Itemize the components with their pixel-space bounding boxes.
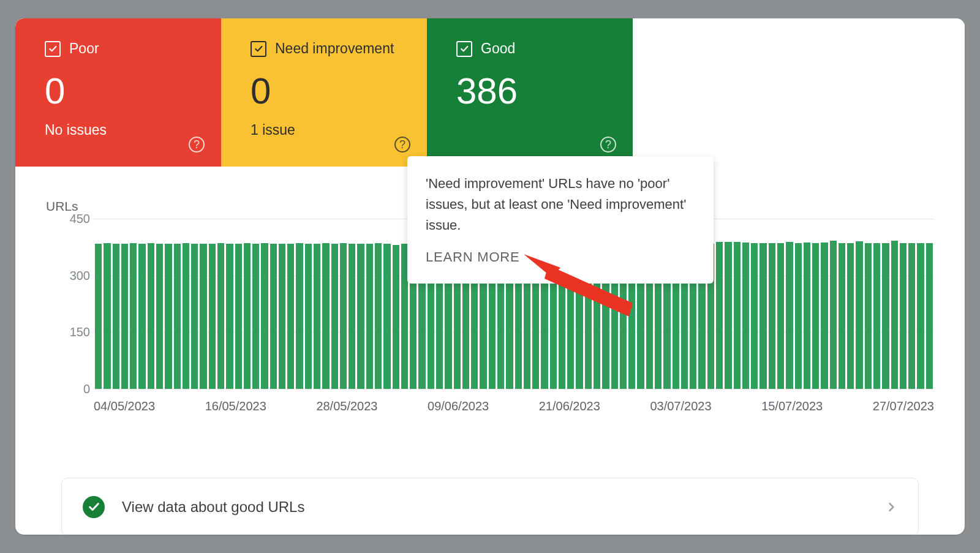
chart-bar[interactable]: [926, 243, 933, 389]
chart-bar[interactable]: [121, 244, 128, 389]
chart-bar[interactable]: [856, 241, 862, 389]
x-tick: 21/06/2023: [539, 399, 600, 413]
card-poor-label: Poor: [69, 40, 99, 57]
chart-bar[interactable]: [891, 241, 898, 389]
chart-bar[interactable]: [760, 243, 766, 389]
chart-bar[interactable]: [812, 243, 819, 389]
chart-bar[interactable]: [777, 243, 784, 389]
card-need-sub: 1 issue: [251, 122, 402, 138]
chart-bar[interactable]: [847, 243, 854, 389]
card-need-label: Need improvement: [275, 40, 394, 57]
card-need-improvement[interactable]: Need improvement 0 1 issue ?: [221, 18, 427, 167]
card-need-value: 0: [251, 73, 402, 110]
chart-bar[interactable]: [839, 243, 845, 389]
chart-bar[interactable]: [786, 242, 793, 389]
checkbox-checked-icon: [456, 41, 472, 57]
card-good-label: Good: [481, 40, 515, 57]
x-tick: 04/05/2023: [94, 399, 155, 413]
chart-bar[interactable]: [725, 242, 731, 389]
chart-bar[interactable]: [769, 243, 775, 389]
view-good-urls-row[interactable]: View data about good URLs: [61, 478, 919, 535]
svg-text:?: ?: [399, 138, 405, 151]
x-tick: 15/07/2023: [761, 399, 823, 413]
chart-bar[interactable]: [261, 243, 268, 389]
chart-bar[interactable]: [917, 243, 924, 389]
card-poor[interactable]: Poor 0 No issues ?: [15, 18, 221, 167]
chart-bar[interactable]: [734, 242, 741, 389]
chart-bar[interactable]: [742, 243, 749, 389]
chart-bar[interactable]: [751, 243, 758, 389]
chart-bar[interactable]: [821, 243, 827, 389]
chart-bar[interactable]: [156, 244, 163, 389]
checkbox-checked-icon: [45, 41, 61, 57]
chart-bar[interactable]: [908, 243, 915, 389]
chart-bar[interactable]: [200, 244, 206, 389]
card-good[interactable]: Good 386 ?: [427, 18, 633, 167]
svg-text:?: ?: [194, 138, 200, 151]
tooltip-need-improvement: 'Need improvement' URLs have no 'poor' i…: [407, 156, 714, 284]
chart-bar[interactable]: [270, 244, 277, 389]
x-tick: 28/05/2023: [316, 399, 377, 413]
chart-bar[interactable]: [174, 244, 181, 389]
status-cards-row: Poor 0 No issues ? Need improvement 0 1 …: [15, 18, 965, 167]
y-tick: 150: [63, 325, 90, 339]
chart-bar[interactable]: [165, 244, 172, 389]
chart-bar[interactable]: [375, 243, 382, 389]
y-tick: 450: [63, 212, 90, 226]
chart-bar[interactable]: [104, 243, 110, 389]
chart-bar[interactable]: [130, 243, 137, 389]
x-tick: 03/07/2023: [650, 399, 711, 413]
chart-bar[interactable]: [830, 241, 837, 389]
chart-bar[interactable]: [252, 244, 259, 389]
y-tick: 0: [63, 382, 90, 396]
chart-bar[interactable]: [235, 244, 242, 389]
chart-bar[interactable]: [349, 244, 355, 389]
chart-bar[interactable]: [95, 244, 102, 389]
chart-bar[interactable]: [322, 243, 329, 389]
chart-bar[interactable]: [296, 243, 303, 389]
chart-bar[interactable]: [314, 244, 320, 389]
x-tick: 09/06/2023: [428, 399, 489, 413]
chart-bar[interactable]: [366, 244, 373, 389]
chart-bar[interactable]: [900, 243, 907, 389]
chart-bar[interactable]: [331, 244, 338, 389]
chart-bar[interactable]: [244, 243, 251, 389]
chart-bar[interactable]: [217, 243, 224, 389]
chart-x-ticks: 04/05/202316/05/202328/05/202309/06/2023…: [94, 399, 934, 413]
chart-bar[interactable]: [716, 242, 723, 389]
chart-bar[interactable]: [340, 243, 347, 389]
checkbox-checked-icon: [251, 41, 266, 57]
chart-bar[interactable]: [148, 243, 154, 389]
check-circle-icon: [83, 496, 105, 518]
chart-bar[interactable]: [357, 244, 364, 389]
chart-bar[interactable]: [226, 244, 233, 389]
x-tick: 16/05/2023: [205, 399, 266, 413]
card-good-value: 386: [456, 73, 608, 110]
chart-bar[interactable]: [209, 244, 216, 389]
chart-bar[interactable]: [865, 243, 872, 389]
chart-bar[interactable]: [287, 244, 294, 389]
chart-bar[interactable]: [138, 244, 145, 389]
cwv-card: Poor 0 No issues ? Need improvement 0 1 …: [15, 18, 965, 535]
chart-bar[interactable]: [191, 244, 198, 389]
help-icon[interactable]: ?: [600, 136, 617, 153]
chart-bar[interactable]: [279, 244, 285, 389]
tooltip-text: 'Need improvement' URLs have no 'poor' i…: [426, 173, 695, 236]
chart-bar[interactable]: [383, 244, 390, 389]
view-good-urls-label: View data about good URLs: [122, 498, 885, 516]
chart-bar[interactable]: [882, 243, 889, 389]
help-icon[interactable]: ?: [394, 136, 411, 153]
x-tick: 27/07/2023: [873, 399, 934, 413]
chart-bar[interactable]: [113, 244, 119, 389]
chart-bar[interactable]: [305, 244, 312, 389]
chevron-right-icon: [885, 501, 897, 513]
chart-bar[interactable]: [795, 243, 802, 389]
chart-bar[interactable]: [873, 243, 880, 389]
help-icon[interactable]: ?: [188, 136, 205, 153]
chart-bar[interactable]: [393, 245, 399, 389]
chart-bar[interactable]: [183, 243, 189, 389]
chart-bar[interactable]: [804, 243, 810, 389]
y-tick: 300: [63, 268, 90, 282]
svg-text:?: ?: [605, 138, 611, 151]
learn-more-link[interactable]: LEARN MORE: [426, 247, 695, 268]
